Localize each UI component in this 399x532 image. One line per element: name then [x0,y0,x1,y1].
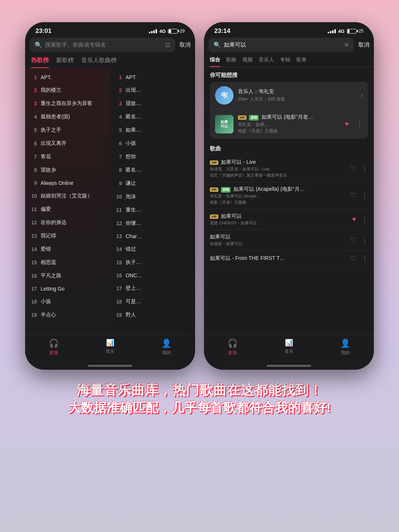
song-item-3[interactable]: VIP 如果可以 晨悠 CHENYO・如果可以 ♥ ⋮ [204,209,374,230]
chart-container: 1APT. 2我的楼兰 3重生之我在异乡为异客 4孤独患者(国) 5执子之手 6… [25,68,195,335]
clear-icon[interactable]: ✕ [344,41,349,48]
liked-icon[interactable]: ♥ [352,216,356,223]
left-search-bar[interactable]: 🔍 搜索歌手、歌曲或专辑名 ⊡ [30,38,175,52]
list-item[interactable]: 7想你 [110,150,195,163]
suggestions-title: 你可能想搜 [204,67,374,82]
list-item[interactable]: 11重生… [110,203,195,217]
list-item[interactable]: 19野人 [110,308,195,322]
list-item[interactable]: 16ONC… [110,269,195,282]
list-item[interactable]: 12你懂… [110,217,195,230]
list-item[interactable]: 2我的楼兰 [25,84,110,97]
like-icon[interactable]: ♡ [350,236,356,244]
right-nav-discover[interactable]: 🎧 发现 [228,339,238,356]
tab-artists[interactable]: 音乐人 [259,57,274,67]
list-item[interactable]: 3重生之我在异乡为异客 [25,97,110,110]
network-label: 4G [159,28,166,34]
nav-mine[interactable]: 👤 我的 [161,339,171,356]
song-item-2[interactable]: VIP 原唱 如果可以 (Acapella) (电影"月… 韦礼安・如果可以 (… [204,182,374,209]
list-item[interactable]: 15执子… [110,256,195,269]
like-icon[interactable]: ♡ [350,192,356,200]
more-icon[interactable]: ⋮ [361,236,368,244]
list-item[interactable]: 3望故… [110,97,195,110]
suggestion-song-item[interactable]: 如果可以 VIP 原唱 如果可以 (电影"月老… 韦礼安・如果… 电影《月老》主… [210,109,368,139]
list-item[interactable]: 10泡沫 [110,190,195,203]
list-item[interactable]: 13我记得 [25,229,110,243]
song-meta: 韦礼安・如果… [238,122,340,128]
network-label: 4G [338,28,344,34]
list-item[interactable]: 8望故乡 [25,163,110,177]
tab-hot-chart[interactable]: 热歌榜 [31,57,49,68]
left-phone: 23:01 4G 29 [25,22,195,370]
list-item[interactable]: 9Always Online [25,177,110,189]
artist-name: 音乐人：韦礼安 [238,88,357,95]
list-item[interactable]: 7青花 [25,150,110,163]
list-item[interactable]: 2出现… [110,84,195,97]
list-item[interactable]: 1APT. [25,71,110,84]
tab-albums[interactable]: 专辑 [280,57,290,67]
chart-left-col: 1APT. 2我的楼兰 3重生之我在异乡为异客 4孤独患者(国) 5执子之手 6… [25,68,110,335]
list-item[interactable]: 5执子之手 [25,123,110,137]
list-item[interactable]: 8匿名… [110,163,195,177]
like-icon[interactable]: ♡ [350,254,356,262]
tab-videos[interactable]: 视频 [242,57,253,67]
nav-discover[interactable]: 🎧 发现 [49,339,59,356]
list-item[interactable]: 17Letting Go [25,282,110,295]
like-icon[interactable]: ♡ [350,165,356,173]
right-search-bar[interactable]: 🔍 如果可以 ✕ [208,38,354,52]
list-item[interactable]: 15相思遥 [25,256,110,269]
song-meta: 徐佳莹、汪苏泷・如果可以 - Live [210,166,347,172]
right-cancel-button[interactable]: 取消 [358,41,369,48]
more-icon[interactable]: ⋮ [361,192,368,200]
signal-icon [149,29,157,33]
list-item[interactable]: 18小孩 [25,295,110,308]
list-item[interactable]: 4孤独患者(国) [25,110,110,123]
chart-tabs: 热歌榜 新歌榜 音乐人歌曲榜 [25,55,195,68]
tab-all[interactable]: 综合 [210,57,220,67]
list-item[interactable]: 4匿名… [110,110,195,123]
more-icon[interactable]: ⋮ [361,216,368,224]
list-item[interactable]: 16平凡之路 [25,269,110,282]
like-icon[interactable]: ♥ [345,120,349,128]
list-item[interactable]: 14爱错 [25,243,110,256]
song-item-5[interactable]: 如果可以 - From THE FIRST T… ♡ ⋮ [204,251,374,267]
list-item[interactable]: 11偏爱 [25,203,110,216]
right-nav-mine[interactable]: 👤 我的 [340,339,350,356]
tab-new-chart[interactable]: 新歌榜 [56,57,74,68]
left-status-icons: 4G 29 [149,28,185,34]
tab-songs[interactable]: 歌曲 [226,57,236,67]
list-item[interactable]: 9谦让 [110,177,195,190]
list-item[interactable]: 14错过 [110,243,195,256]
song-item-1[interactable]: VIP 如果可以 - Live 徐佳莹、汪苏泷・如果可以 - Live 综艺《天… [204,155,374,182]
tab-playlists[interactable]: 歌单 [296,57,307,67]
list-item[interactable]: 17壁上… [110,282,195,295]
battery-level: 29 [180,28,185,34]
list-item[interactable]: 1APT. [110,71,195,84]
more-icon[interactable]: ⋮ [361,254,368,262]
list-item[interactable]: 5如果… [110,123,195,137]
list-item[interactable]: 13Char… [110,230,195,243]
song-title: VIP 原唱 如果可以 (Acapella) (电影"月… [210,186,347,193]
list-item[interactable]: 12在你的身边 [25,216,110,229]
left-cancel-button[interactable]: 取消 [180,41,191,48]
right-nav-music[interactable]: 📊 音乐 [284,339,293,356]
more-icon[interactable]: ⋮ [361,165,368,173]
list-item[interactable]: 6出现又离开 [25,137,110,150]
song-title: VIP 如果可以 [210,213,348,220]
signal-icon [328,29,336,33]
list-item[interactable]: 18可是… [110,295,195,308]
battery-icon [347,29,357,34]
nav-music-label: 音乐 [106,348,115,355]
song-meta2: 电影《月老》主题曲 [238,128,340,134]
list-item[interactable]: 19半点心 [25,308,110,322]
list-item[interactable]: 10姑娘别哭泣（艾北版） [25,189,110,203]
song-item-4[interactable]: 如果可以 孙燕姿・如果可以 ♡ ⋮ [204,230,374,251]
suggestion-card: 韦 音乐人：韦礼安 20w+ 人关注・160 首歌 › 如果可以 VIP 原唱 … [210,82,368,139]
right-bottom-nav: 🎧 发现 📊 音乐 👤 我的 [204,335,374,365]
song-meta: 孙燕姿・如果可以 [210,241,347,247]
tab-artist-chart[interactable]: 音乐人歌曲榜 [81,57,117,68]
nav-music[interactable]: 📊 音乐 [106,339,115,356]
suggestion-artist-item[interactable]: 韦 音乐人：韦礼安 20w+ 人关注・160 首歌 › [210,82,368,109]
right-time: 23:14 [214,27,230,35]
list-item[interactable]: 6小孩 [110,137,195,150]
more-icon[interactable]: ⋮ [356,120,363,128]
